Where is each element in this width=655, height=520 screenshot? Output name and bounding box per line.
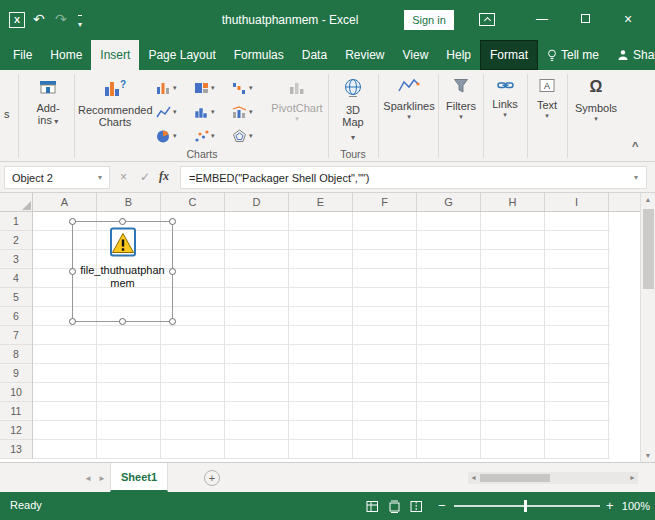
insert-function-icon[interactable]: fx (159, 169, 169, 184)
column-header[interactable]: C (161, 193, 225, 211)
sheet-tab-sheet1[interactable]: Sheet1 (110, 463, 168, 492)
scroll-up-icon[interactable]: ▲ (641, 196, 655, 203)
scroll-left-icon[interactable]: ◄ (470, 474, 477, 481)
tab-formulas[interactable]: Formulas (225, 40, 293, 70)
sparklines-button[interactable]: Sparklines (381, 78, 437, 120)
insert-hierarchy-chart-button[interactable] (192, 76, 230, 100)
links-button[interactable]: Links (485, 78, 525, 118)
omega-icon: Ω (590, 78, 603, 96)
insert-statistic-chart-button[interactable] (192, 100, 230, 124)
collapse-ribbon-icon[interactable]: ^ (632, 140, 638, 152)
zoom-slider-thumb[interactable] (524, 500, 527, 512)
row-header[interactable]: 7 (0, 326, 32, 345)
row-header[interactable]: 10 (0, 383, 32, 402)
name-box-dropdown-icon[interactable]: ▾ (98, 173, 102, 182)
row-header[interactable]: 11 (0, 402, 32, 421)
insert-surface-radar-chart-button[interactable] (230, 124, 268, 148)
scroll-right-icon[interactable]: ► (629, 474, 636, 481)
sheet-nav-right-icon[interactable]: ► (98, 474, 106, 483)
tab-insert[interactable]: Insert (91, 40, 139, 70)
undo-icon[interactable]: ↶ (33, 12, 45, 26)
column-header[interactable]: D (225, 193, 289, 211)
row-header[interactable]: 9 (0, 364, 32, 383)
horizontal-scrollbar[interactable]: ◄ ► (468, 472, 638, 484)
customize-toolbar-icon[interactable]: ▾ (78, 15, 82, 32)
share-button[interactable]: Share (608, 40, 655, 70)
row-header[interactable]: 6 (0, 307, 32, 326)
page-layout-view-icon[interactable] (388, 500, 401, 513)
clipped-tables-button[interactable]: s (4, 108, 10, 120)
resize-handle[interactable] (119, 318, 126, 325)
page-break-view-icon[interactable] (410, 500, 423, 513)
vertical-scrollbar[interactable]: ▲ ▼ (640, 193, 655, 462)
resize-handle[interactable] (169, 318, 176, 325)
embedded-packager-object[interactable]: file_thuthuatphan mem (72, 221, 173, 322)
tab-view[interactable]: View (394, 40, 438, 70)
tab-page-layout[interactable]: Page Layout (139, 40, 224, 70)
row-header[interactable]: 1 (0, 212, 32, 231)
zoom-slider-track[interactable] (454, 505, 600, 507)
column-header[interactable]: E (289, 193, 353, 211)
column-header[interactable]: B (97, 193, 161, 211)
close-button[interactable]: × (617, 11, 639, 27)
row-header[interactable]: 2 (0, 231, 32, 250)
resize-handle[interactable] (119, 218, 126, 225)
filters-button[interactable]: Filters (440, 78, 482, 120)
recommended-charts-button[interactable]: ? Recommended Charts (78, 78, 152, 128)
maximize-button[interactable] (574, 14, 596, 23)
sign-in-button[interactable]: Sign in (404, 10, 454, 30)
enter-icon[interactable]: ✓ (140, 170, 150, 184)
new-sheet-button[interactable]: + (204, 470, 220, 486)
tab-review[interactable]: Review (336, 40, 393, 70)
horizontal-scrollbar-thumb[interactable] (480, 474, 550, 482)
insert-waterfall-chart-button[interactable] (230, 76, 268, 100)
dropdown-icon (295, 115, 299, 122)
column-header[interactable]: F (353, 193, 417, 211)
sheet-nav-left-icon[interactable]: ◄ (84, 474, 92, 483)
cancel-icon[interactable]: × (120, 170, 127, 184)
row-header[interactable]: 3 (0, 250, 32, 269)
normal-view-icon[interactable] (366, 500, 379, 513)
tab-file[interactable]: File (4, 40, 41, 70)
pivotchart-button-disabled: PivotChart (268, 78, 326, 122)
row-header[interactable]: 13 (0, 440, 32, 459)
column-header[interactable]: H (481, 193, 545, 211)
scroll-down-icon[interactable]: ▼ (641, 452, 655, 459)
ribbon-display-options-icon[interactable] (479, 13, 495, 26)
column-header[interactable]: I (545, 193, 609, 211)
tab-help[interactable]: Help (437, 40, 480, 70)
name-box[interactable]: Object 2 ▾ (4, 166, 110, 189)
zoom-in-icon[interactable]: + (606, 498, 614, 513)
select-all-corner[interactable] (0, 193, 33, 212)
tab-format[interactable]: Format (480, 40, 538, 70)
insert-combo-chart-button[interactable] (230, 100, 268, 124)
resize-handle[interactable] (69, 318, 76, 325)
excel-app-icon[interactable]: X (9, 12, 25, 28)
tab-data[interactable]: Data (293, 40, 336, 70)
resize-handle[interactable] (169, 218, 176, 225)
row-header[interactable]: 8 (0, 345, 32, 364)
row-header[interactable]: 5 (0, 288, 32, 307)
text-button[interactable]: A Text (529, 78, 565, 119)
zoom-level[interactable]: 100% (614, 500, 650, 512)
packager-warning-icon (106, 227, 140, 259)
tab-home[interactable]: Home (41, 40, 91, 70)
insert-line-chart-button[interactable] (154, 100, 192, 124)
row-header[interactable]: 4 (0, 269, 32, 288)
row-header[interactable]: 12 (0, 421, 32, 440)
vertical-scrollbar-thumb[interactable] (643, 209, 654, 289)
insert-column-chart-button[interactable] (154, 76, 192, 100)
column-header[interactable]: A (33, 193, 97, 211)
formula-input[interactable]: =EMBED("Packager Shell Object","") ▾ (180, 166, 647, 189)
symbols-button[interactable]: Ω Symbols (569, 78, 623, 122)
column-header[interactable]: G (417, 193, 481, 211)
tell-me-box[interactable]: Tell me (538, 40, 608, 70)
zoom-out-icon[interactable]: − (438, 498, 446, 513)
resize-handle[interactable] (69, 218, 76, 225)
minimize-button[interactable]: — (531, 12, 553, 26)
add-ins-button[interactable]: Add-ins (24, 78, 72, 128)
insert-scatter-chart-button[interactable] (192, 124, 230, 148)
insert-pie-chart-button[interactable] (154, 124, 192, 148)
3d-map-button[interactable]: 3D Map (331, 78, 375, 144)
expand-formula-bar-icon[interactable]: ▾ (634, 173, 638, 182)
